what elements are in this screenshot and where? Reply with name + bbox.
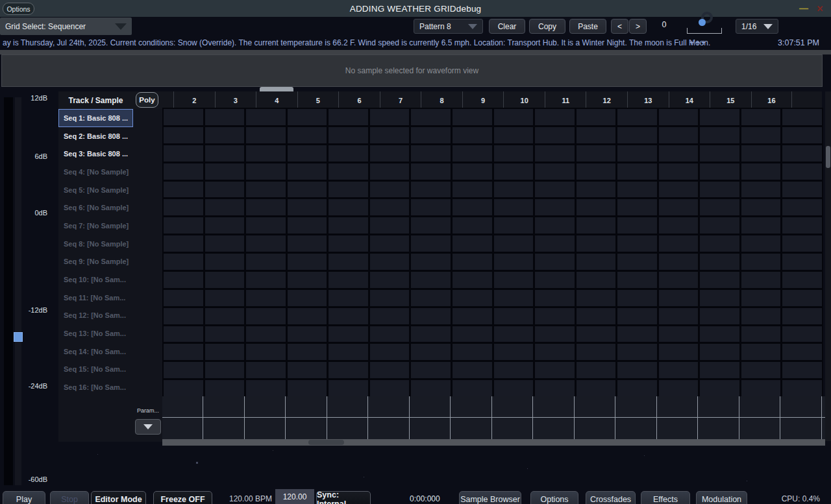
horizontal-scrollbar[interactable]: [162, 439, 825, 446]
step-cell[interactable]: [494, 308, 534, 324]
step-cell[interactable]: [329, 380, 368, 396]
step-cell[interactable]: [535, 127, 575, 143]
step-cell[interactable]: [370, 290, 410, 306]
step-cell[interactable]: [411, 127, 451, 143]
step-cell[interactable]: [164, 380, 203, 396]
track-row[interactable]: Seq 8: [No Sample]: [58, 235, 133, 253]
step-cell[interactable]: [659, 254, 699, 270]
step-cell[interactable]: [535, 109, 575, 125]
track-row[interactable]: Seq 13: [No Sam...: [58, 324, 133, 342]
step-cell[interactable]: [741, 145, 781, 162]
step-cell[interactable]: [205, 254, 245, 270]
step-cell[interactable]: [659, 344, 699, 360]
step-cell[interactable]: [659, 127, 699, 143]
step-cell[interactable]: [246, 380, 286, 396]
step-cell[interactable]: [205, 163, 245, 180]
step-cell[interactable]: [535, 272, 575, 288]
step-cell[interactable]: [700, 308, 739, 324]
step-cell[interactable]: [246, 199, 286, 215]
step-cell[interactable]: [288, 235, 327, 252]
crossfades-button[interactable]: Crossfades: [586, 491, 636, 504]
step-cell[interactable]: [700, 290, 739, 306]
step-cell[interactable]: [782, 380, 822, 396]
step-cell[interactable]: [494, 362, 534, 378]
step-cell[interactable]: [329, 145, 368, 162]
param-dropdown[interactable]: [135, 419, 161, 435]
step-cell[interactable]: [329, 217, 368, 234]
step-cell[interactable]: [411, 380, 451, 396]
step-cell[interactable]: [164, 272, 203, 288]
step-cell[interactable]: [453, 380, 492, 396]
poly-button[interactable]: Poly: [136, 92, 158, 108]
step-cell[interactable]: [288, 199, 327, 215]
step-cell[interactable]: [453, 145, 492, 162]
step-cell[interactable]: [782, 272, 822, 288]
step-cell[interactable]: [453, 199, 492, 215]
step-cell[interactable]: [205, 145, 245, 162]
step-cell[interactable]: [246, 272, 286, 288]
step-cell[interactable]: [411, 163, 451, 180]
step-cell[interactable]: [535, 308, 575, 324]
track-row[interactable]: Seq 14: [No Sam...: [58, 342, 133, 361]
step-cell[interactable]: [535, 217, 575, 234]
step-cell[interactable]: [782, 182, 822, 198]
step-cell[interactable]: [329, 344, 368, 360]
step-cell[interactable]: [205, 109, 245, 125]
step-cell[interactable]: [370, 344, 410, 360]
step-cell[interactable]: [617, 290, 657, 306]
step-cell[interactable]: [246, 290, 286, 306]
step-cell[interactable]: [164, 127, 203, 143]
step-cell[interactable]: [288, 308, 327, 324]
step-cell[interactable]: [494, 235, 534, 252]
step-cell[interactable]: [782, 254, 822, 270]
step-cell[interactable]: [288, 163, 327, 180]
step-cell[interactable]: [782, 344, 822, 360]
step-cell[interactable]: [411, 290, 451, 306]
step-cell[interactable]: [411, 272, 451, 288]
step-cell[interactable]: [370, 217, 410, 234]
step-cell[interactable]: [246, 308, 286, 324]
step-cell[interactable]: [370, 308, 410, 324]
step-cell[interactable]: [329, 235, 368, 252]
step-cell[interactable]: [782, 199, 822, 215]
step-cell[interactable]: [494, 199, 534, 215]
track-row[interactable]: Seq 7: [No Sample]: [58, 217, 133, 235]
step-cell[interactable]: [411, 109, 451, 125]
step-cell[interactable]: [659, 199, 699, 215]
step-cell[interactable]: [411, 145, 451, 162]
step-cell[interactable]: [659, 326, 699, 342]
step-cell[interactable]: [370, 109, 410, 125]
step-cell[interactable]: [370, 235, 410, 252]
step-cell[interactable]: [659, 308, 699, 324]
step-cell[interactable]: [577, 326, 616, 342]
step-cell[interactable]: [411, 254, 451, 270]
step-cell[interactable]: [453, 272, 492, 288]
step-cell[interactable]: [741, 254, 781, 270]
step-cell[interactable]: [577, 199, 616, 215]
step-cell[interactable]: [741, 217, 781, 234]
step-cell[interactable]: [205, 380, 245, 396]
step-cell[interactable]: [164, 290, 203, 306]
step-cell[interactable]: [577, 362, 616, 378]
step-cell[interactable]: [246, 362, 286, 378]
rate-dropdown[interactable]: 1/16: [736, 19, 778, 34]
step-cell[interactable]: [782, 217, 822, 234]
step-cell[interactable]: [164, 344, 203, 360]
step-cell[interactable]: [700, 163, 739, 180]
step-cell[interactable]: [288, 326, 327, 342]
step-cell[interactable]: [741, 380, 781, 396]
step-cell[interactable]: [741, 272, 781, 288]
step-cell[interactable]: [617, 344, 657, 360]
track-row[interactable]: Seq 1: Basic 808 ...: [58, 109, 133, 127]
step-cell[interactable]: [288, 145, 327, 162]
step-cell[interactable]: [329, 272, 368, 288]
step-cell[interactable]: [329, 308, 368, 324]
step-cell[interactable]: [453, 235, 492, 252]
sample-browser-button[interactable]: Sample Browser: [459, 491, 521, 504]
freeze-button[interactable]: Freeze OFF: [153, 491, 212, 504]
track-row[interactable]: Seq 12: [No Sam...: [58, 307, 133, 325]
step-cell[interactable]: [782, 290, 822, 306]
step-cell[interactable]: [370, 254, 410, 270]
sync-button[interactable]: Sync: Internal: [316, 491, 371, 504]
step-cell[interactable]: [659, 182, 699, 198]
